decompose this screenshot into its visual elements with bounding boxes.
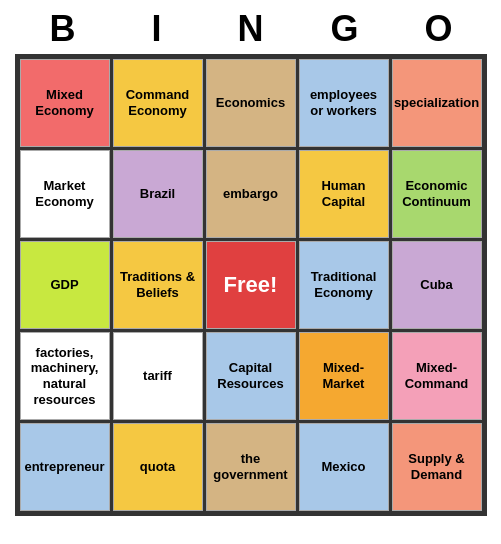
bingo-cell-19: Mixed-Command xyxy=(392,332,482,420)
bingo-cell-12: Free! xyxy=(206,241,296,329)
bingo-grid: Mixed EconomyCommand EconomyEconomicsemp… xyxy=(15,54,487,516)
bingo-cell-15: factories, machinery, natural resources xyxy=(20,332,110,420)
bingo-cell-18: Mixed-Market xyxy=(299,332,389,420)
bingo-cell-22: the government xyxy=(206,423,296,511)
bingo-cell-2: Economics xyxy=(206,59,296,147)
bingo-cell-24: Supply & Demand xyxy=(392,423,482,511)
bingo-cell-9: Economic Continuum xyxy=(392,150,482,238)
header-o: O xyxy=(395,8,483,50)
bingo-cell-16: tariff xyxy=(113,332,203,420)
bingo-header: B I N G O xyxy=(16,8,486,50)
header-i: I xyxy=(113,8,201,50)
bingo-cell-17: Capital Resources xyxy=(206,332,296,420)
bingo-cell-11: Traditions & Beliefs xyxy=(113,241,203,329)
bingo-cell-6: Brazil xyxy=(113,150,203,238)
bingo-cell-10: GDP xyxy=(20,241,110,329)
bingo-cell-7: embargo xyxy=(206,150,296,238)
bingo-cell-14: Cuba xyxy=(392,241,482,329)
bingo-cell-5: Market Economy xyxy=(20,150,110,238)
bingo-cell-23: Mexico xyxy=(299,423,389,511)
bingo-cell-20: entrepreneur xyxy=(20,423,110,511)
bingo-cell-3: employees or workers xyxy=(299,59,389,147)
bingo-cell-1: Command Economy xyxy=(113,59,203,147)
bingo-cell-0: Mixed Economy xyxy=(20,59,110,147)
header-n: N xyxy=(207,8,295,50)
bingo-cell-4: specialization xyxy=(392,59,482,147)
bingo-cell-13: Traditional Economy xyxy=(299,241,389,329)
header-b: B xyxy=(19,8,107,50)
header-g: G xyxy=(301,8,389,50)
bingo-cell-8: Human Capital xyxy=(299,150,389,238)
bingo-cell-21: quota xyxy=(113,423,203,511)
